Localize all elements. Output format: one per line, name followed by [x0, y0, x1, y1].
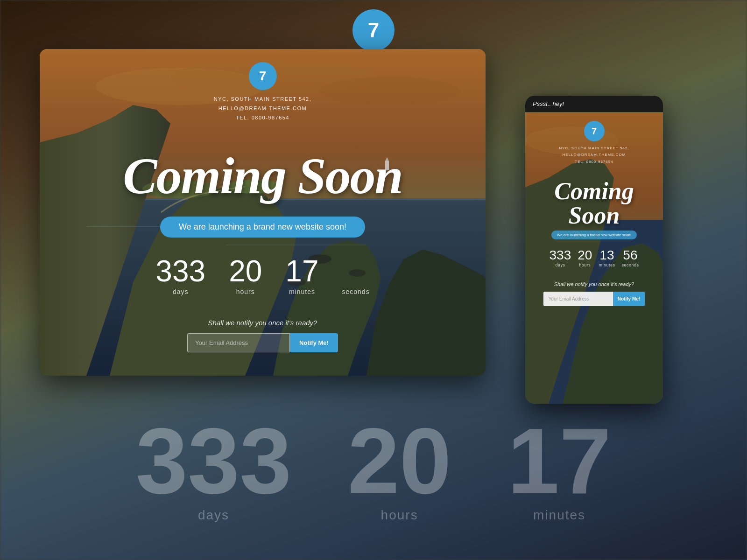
main-email-input[interactable] [187, 333, 290, 352]
main-card-content: 7 NYC, SOUTH MAIN STREET 542, HELLO@DREA… [40, 49, 486, 376]
mobile-notify-text: Shall we notify you once it's ready? [550, 281, 639, 287]
mobile-card: Pssst.. hey! 7 NYC, SOUTH MAIN STREET 54… [525, 96, 663, 404]
mobile-subtitle-banner: We are launching a brand new website soo… [551, 231, 637, 239]
mobile-days-value: 333 [550, 249, 571, 262]
main-notify-form: Notify Me! [187, 333, 338, 352]
bg-minutes-value: 17 [507, 414, 611, 508]
mobile-days-label: days [550, 263, 571, 267]
mobile-hours-label: hours [578, 263, 592, 267]
mobile-hours-value: 20 [578, 249, 592, 262]
mobile-seconds-value: 56 [621, 249, 639, 262]
main-minutes-label: minutes [285, 288, 318, 295]
mobile-title: Coming Soon [525, 179, 663, 228]
bg-days-group: 333 days [136, 414, 292, 523]
mobile-notify-button[interactable]: Notify Me! [613, 292, 645, 306]
main-seconds-label: seconds [342, 288, 370, 295]
mobile-email-input[interactable] [543, 292, 613, 306]
mobile-badge: 7 [584, 121, 605, 141]
main-hours-label: hours [229, 288, 262, 295]
mobile-seconds-label: seconds [621, 263, 639, 267]
main-title: Coming Soon [123, 150, 402, 202]
main-card-badge: 7 [249, 62, 277, 90]
main-seconds-item: seconds [342, 286, 370, 295]
main-minutes-item: 17 minutes [285, 256, 318, 295]
main-subtitle-banner: We are launching a brand new website soo… [160, 217, 365, 238]
mobile-hours-item: 20 hours [578, 249, 592, 267]
background-badge: 7 [352, 9, 395, 51]
mobile-days-item: 333 days [550, 249, 571, 267]
background-numbers: 333 days 20 hours 17 minutes [136, 414, 612, 523]
main-countdown-row: 333 days 20 hours 17 minutes seconds [155, 256, 369, 295]
bg-days-value: 333 [136, 414, 292, 508]
mobile-card-header: Pssst.. hey! [525, 96, 663, 112]
mobile-address: NYC, SOUTH MAIN STREET 542, HELLO@DREAM-… [559, 145, 629, 165]
mobile-countdown-row: 333 days 20 hours 13 minutes 56 seconds [550, 249, 639, 267]
mobile-minutes-item: 13 minutes [599, 249, 615, 267]
bg-hours-value: 20 [347, 414, 451, 508]
bg-minutes-group: 17 minutes [507, 414, 611, 523]
mobile-card-content: 7 NYC, SOUTH MAIN STREET 542, HELLO@DREA… [525, 112, 663, 404]
main-minutes-value: 17 [285, 256, 318, 286]
main-hours-value: 20 [229, 256, 262, 286]
bg-hours-group: 20 hours [347, 414, 451, 523]
mobile-minutes-label: minutes [599, 263, 615, 267]
main-notify-text: Shall we notify you once it's ready? [208, 319, 317, 327]
main-days-item: 333 days [155, 256, 205, 295]
main-card-address: NYC, SOUTH MAIN STREET 542, HELLO@DREAM-… [214, 95, 312, 122]
mobile-notify-form: Notify Me! [539, 292, 649, 306]
main-days-value: 333 [155, 256, 205, 286]
main-days-label: days [155, 288, 205, 295]
main-desktop-card: 7 NYC, SOUTH MAIN STREET 542, HELLO@DREA… [40, 49, 486, 376]
mobile-seconds-item: 56 seconds [621, 249, 639, 267]
main-notify-button[interactable]: Notify Me! [290, 333, 338, 352]
main-hours-item: 20 hours [229, 256, 262, 295]
mobile-minutes-value: 13 [599, 249, 615, 262]
